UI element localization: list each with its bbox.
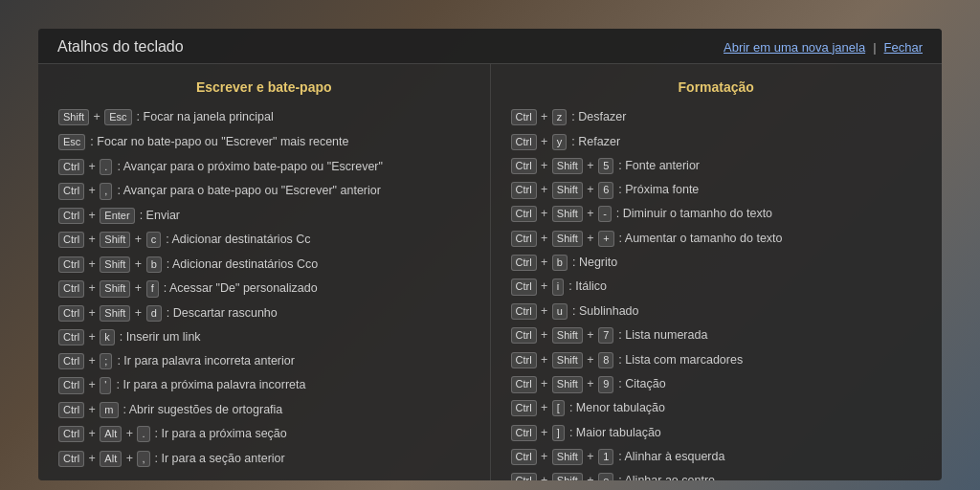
- kbd-shift: Shift: [552, 327, 583, 344]
- shortcut-desc: : Ir para a seção anterior: [155, 450, 285, 468]
- shortcut-row: Ctrl + ' : Ir para a próxima palavra inc…: [57, 376, 471, 394]
- shortcut-row: Ctrl + Shift + f : Acessar "De" personal…: [57, 279, 471, 298]
- shortcut-key: Ctrl + Alt + ,: [57, 450, 151, 468]
- kbd-6: 6: [598, 182, 613, 198]
- shortcut-key: Ctrl + m: [57, 401, 120, 419]
- kbd-comma2: ,: [137, 451, 149, 467]
- overlay-body: Escrever e bate-papo Shift + Esc : Focar…: [38, 64, 942, 480]
- compose-chat-title: Escrever e bate-papo: [57, 79, 471, 95]
- shortcut-row: Ctrl + k : Inserir um link: [57, 328, 471, 346]
- kbd-ctrl: Ctrl: [58, 183, 84, 199]
- shortcut-row: Ctrl + Shift + 9 : Citação: [510, 375, 924, 393]
- shortcut-row: Ctrl + ] : Maior tabulação: [510, 424, 924, 442]
- kbd-u: u: [552, 303, 568, 320]
- kbd-ctrl: Ctrl: [511, 255, 537, 271]
- shortcut-key: Ctrl + Shift + d: [57, 304, 163, 323]
- shortcut-desc: : Avançar para o próximo bate-papo ou "E…: [117, 158, 383, 176]
- shortcut-row: Ctrl + b : Negrito: [510, 254, 924, 272]
- shortcut-key: Ctrl + ]: [510, 424, 566, 442]
- shortcut-key: Ctrl + Shift + c: [57, 231, 162, 249]
- shortcut-desc: : Focar na janela principal: [137, 108, 274, 126]
- shortcut-key: Ctrl + Alt + .: [57, 425, 151, 443]
- kbd-ctrl: Ctrl: [511, 278, 537, 295]
- shortcut-key: Ctrl + ': [57, 376, 112, 394]
- shortcut-key: Ctrl + ,: [57, 182, 113, 200]
- kbd-alt: Alt: [100, 451, 122, 467]
- kbd-shift: Shift: [552, 352, 583, 368]
- keyboard-shortcuts-overlay: Atalhos do teclado Abrir em uma nova jan…: [38, 29, 942, 480]
- kbd-comma: ,: [100, 183, 112, 199]
- shortcut-key: Ctrl + Shift + +: [510, 230, 615, 248]
- kbd-shift: Shift: [552, 231, 583, 247]
- kbd-dot2: .: [137, 426, 149, 442]
- kbd-quote: ': [100, 377, 111, 393]
- formatting-column: Formatação Ctrl + z : Desfazer Ctrl + y …: [491, 64, 943, 480]
- shortcut-desc: : Aumentar o tamanho do texto: [619, 230, 783, 248]
- shortcut-key: Ctrl + Shift + 9: [510, 375, 615, 393]
- shortcut-desc: : Adicionar destinatários Cco: [167, 256, 318, 274]
- kbd-i: i: [552, 278, 564, 295]
- kbd-ctrl: Ctrl: [58, 329, 84, 345]
- shortcut-desc: : Negrito: [572, 254, 617, 272]
- kbd-ctrl: Ctrl: [511, 206, 537, 222]
- kbd-f: f: [146, 280, 159, 297]
- shortcut-desc: : Ir para palavra incorreta anterior: [117, 352, 295, 370]
- overlay-links: Abrir em uma nova janela | Fechar: [724, 40, 923, 55]
- open-new-window-link[interactable]: Abrir em uma nova janela: [724, 40, 865, 55]
- kbd-ctrl: Ctrl: [58, 305, 84, 322]
- shortcut-key: Shift + Esc: [57, 108, 133, 126]
- shortcut-key: Ctrl + Shift + 5: [510, 157, 615, 175]
- shortcut-desc: : Itálico: [568, 278, 607, 296]
- kbd-9: 9: [598, 376, 613, 392]
- shortcut-key: Ctrl + [: [510, 399, 566, 417]
- kbd-shift: Shift: [552, 182, 583, 198]
- shortcut-key: Ctrl + i: [510, 278, 566, 296]
- kbd-plus: +: [598, 231, 613, 247]
- shortcut-row: Ctrl + Shift + 5 : Fonte anterior: [510, 157, 924, 175]
- kbd-d: d: [146, 305, 162, 322]
- shortcut-key: Ctrl + u: [510, 302, 568, 321]
- shortcut-desc: : Ir para a próxima seção: [155, 425, 287, 443]
- shortcut-row: Ctrl + Shift + + : Aumentar o tamanho do…: [510, 230, 924, 248]
- shortcut-key: Ctrl + Shift + 1: [510, 448, 615, 466]
- shortcut-key: Ctrl + Shift + -: [510, 205, 612, 223]
- kbd-ctrl: Ctrl: [511, 109, 537, 125]
- shortcut-desc: : Inserir um link: [120, 328, 201, 346]
- shortcut-key: Ctrl + Shift + e: [510, 472, 615, 480]
- shortcut-row: Ctrl + Shift + d : Descartar rascunho: [57, 304, 471, 323]
- shortcut-desc: : Fonte anterior: [618, 157, 700, 175]
- shortcut-desc: : Desfazer: [571, 108, 626, 126]
- close-link[interactable]: Fechar: [884, 40, 923, 55]
- kbd-shift: Shift: [100, 256, 130, 273]
- shortcut-desc: : Próxima fonte: [618, 181, 699, 199]
- kbd-rbracket: ]: [552, 425, 565, 441]
- kbd-ctrl: Ctrl: [511, 473, 537, 480]
- kbd-1: 1: [598, 449, 613, 465]
- shortcut-key: Ctrl + ;: [57, 352, 113, 370]
- shortcut-desc: : Abrir sugestões de ortografia: [123, 401, 283, 419]
- kbd-ctrl: Ctrl: [511, 400, 537, 416]
- shortcut-desc: : Sublinhado: [572, 302, 639, 321]
- kbd-ctrl: Ctrl: [511, 352, 537, 368]
- kbd-ctrl: Ctrl: [511, 158, 537, 174]
- shortcut-row: Ctrl + z : Desfazer: [510, 108, 924, 126]
- shortcut-row: Ctrl + Shift + 1 : Alinhar à esquerda: [510, 448, 924, 466]
- kbd-shift: Shift: [100, 305, 130, 322]
- shortcut-row: Ctrl + , : Avançar para o bate-papo ou "…: [57, 182, 471, 200]
- kbd-ctrl: Ctrl: [58, 353, 84, 369]
- kbd-esc: Esc: [58, 134, 85, 150]
- kbd-dot: .: [100, 159, 112, 175]
- shortcut-row: Ctrl + i : Itálico: [510, 278, 924, 296]
- shortcut-row: Ctrl + Shift + - : Diminuir o tamanho do…: [510, 205, 924, 223]
- kbd-8: 8: [598, 352, 613, 368]
- kbd-ctrl: Ctrl: [58, 426, 84, 442]
- kbd-c: c: [146, 232, 162, 248]
- shortcut-key: Ctrl + Shift + 7: [510, 326, 615, 345]
- kbd-shift: Shift: [58, 109, 89, 125]
- shortcut-row: Ctrl + Shift + 8 : Lista com marcadores: [510, 351, 924, 369]
- kbd-ctrl: Ctrl: [58, 280, 84, 297]
- shortcut-desc: : Maior tabulação: [569, 424, 661, 442]
- kbd-ctrl: Ctrl: [511, 303, 537, 320]
- shortcut-desc: : Alinhar ao centro: [618, 472, 715, 480]
- kbd-ctrl: Ctrl: [511, 134, 537, 150]
